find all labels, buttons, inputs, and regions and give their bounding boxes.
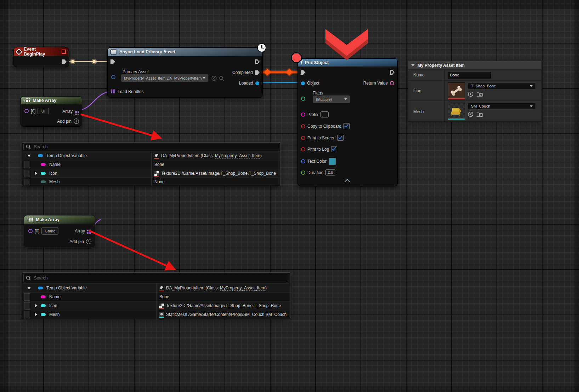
row-gutter <box>24 311 30 318</box>
name-label: Name <box>408 70 445 80</box>
row-value: Bone <box>154 162 164 167</box>
class-link[interactable]: MyProperty_Asset_Item <box>220 286 265 291</box>
object-pin-icon <box>38 287 43 289</box>
watch-row-name[interactable]: Name Bone <box>22 292 290 301</box>
texture-asset-icon <box>159 304 164 308</box>
mesh-label: Mesh <box>408 101 445 121</box>
blueprint-graph-canvas[interactable]: { "colors":{ "exec_wire_active":"#ff4800… <box>0 0 579 392</box>
exec-output-pin[interactable] <box>390 70 394 75</box>
print-to-log-checkbox[interactable] <box>331 146 337 152</box>
element-value-input[interactable]: UI <box>38 108 49 114</box>
object-pin[interactable] <box>301 81 305 85</box>
search-input[interactable] <box>33 144 277 150</box>
collapse-arrow-icon[interactable] <box>411 64 415 67</box>
completed-exec-pin[interactable] <box>255 70 260 75</box>
array-element-pin[interactable] <box>28 229 33 233</box>
canvas-edge-left <box>0 0 8 392</box>
expander-down-icon[interactable] <box>27 287 31 289</box>
node-make-array-game[interactable]: Make Array [0] Game Array Add pin <box>24 215 95 247</box>
prefix-pin[interactable] <box>301 113 305 117</box>
exec-output-pin[interactable] <box>62 59 67 64</box>
print-to-screen-label: Print to Screen <box>307 136 335 140</box>
primary-asset-dropdown[interactable]: MyProperty_Asset_Item:DA_MyPropertyItem <box>121 74 209 82</box>
use-asset-icon[interactable] <box>468 91 473 97</box>
use-selected-asset-button[interactable] <box>211 76 217 81</box>
exec-input-pin[interactable] <box>301 70 305 75</box>
expander-right-icon[interactable] <box>35 172 37 175</box>
node-async-load-primary-asset[interactable]: Async Load Primary Asset Primary Asset M… <box>107 47 263 98</box>
row-value: Texture2D /Game/Asset/Image/T_Shop_Bone.… <box>166 303 281 308</box>
canvas-edge-bottom <box>0 386 579 392</box>
breakpoint-icon[interactable] <box>291 52 302 63</box>
array-element-pin[interactable] <box>24 109 29 113</box>
node-event-beginplay[interactable]: Event BeginPlay <box>13 47 69 67</box>
prefix-input[interactable] <box>320 111 329 117</box>
mesh-asset-dropdown[interactable]: SM_Couch <box>468 103 536 110</box>
bone-image <box>448 83 465 99</box>
array-grid-icon[interactable] <box>111 90 112 91</box>
row-value: Bone <box>159 294 169 299</box>
search-icon <box>26 144 31 149</box>
watch-row-root[interactable]: Temp Object Variable DA_MyPropertyItem (… <box>22 151 280 160</box>
loaded-pin[interactable] <box>255 81 259 85</box>
element-value-input[interactable]: Game <box>41 227 58 235</box>
text-color-pin[interactable] <box>301 159 305 163</box>
print-to-screen-checkbox[interactable] <box>337 135 344 141</box>
add-pin-icon[interactable] <box>74 119 79 124</box>
watch-root-value: DA_MyPropertyItem <box>166 286 205 290</box>
search-bar[interactable] <box>23 144 279 150</box>
browse-asset-icon[interactable] <box>477 91 483 97</box>
watch-row-mesh[interactable]: Mesh StaticMesh /Game/StarterContent/Pro… <box>22 310 290 319</box>
flags-pin[interactable] <box>301 97 305 101</box>
print-to-screen-pin[interactable] <box>301 136 305 140</box>
mesh-thumbnail[interactable] <box>448 103 465 120</box>
node-print-object[interactable]: f PrintObject Object Return Value Flags … <box>297 58 398 186</box>
watch-row-icon[interactable]: Icon Texture2D /Game/Asset/Image/T_Shop_… <box>22 169 280 178</box>
copy-to-clipboard-checkbox[interactable] <box>344 123 350 129</box>
use-asset-icon[interactable] <box>468 111 473 117</box>
icon-label: Icon <box>408 81 445 100</box>
icon-asset-dropdown[interactable]: T_Shop_Bone <box>468 82 536 90</box>
expander-right-icon[interactable] <box>35 304 37 307</box>
class-link[interactable]: MyProperty_Asset_Item <box>215 153 260 158</box>
copy-to-clipboard-label: Copy to Clipboard <box>307 124 341 129</box>
name-field[interactable]: Bone <box>448 72 491 79</box>
browse-asset-icon[interactable] <box>477 111 483 117</box>
duration-input[interactable]: 2.0 <box>325 169 335 175</box>
watch-row-icon[interactable]: Icon Texture2D /Game/Asset/Image/T_Shop_… <box>22 301 290 310</box>
text-color-swatch[interactable] <box>329 158 336 165</box>
function-icon: f <box>301 60 302 65</box>
search-input[interactable] <box>33 275 286 281</box>
return-value-pin[interactable] <box>390 81 394 85</box>
print-to-log-pin[interactable] <box>301 147 305 151</box>
make-array-icon <box>24 98 30 103</box>
search-bar[interactable] <box>23 274 289 282</box>
completed-label: Completed <box>232 70 253 75</box>
copy-to-clipboard-pin[interactable] <box>301 124 305 128</box>
row-value: StaticMesh /Game/StarterContent/Props/SM… <box>166 312 286 317</box>
row-label: Mesh <box>49 312 59 317</box>
watch-row-mesh[interactable]: Mesh None <box>22 178 280 186</box>
expander-right-icon[interactable] <box>35 313 37 316</box>
icon-thumbnail[interactable] <box>448 82 465 100</box>
row-label: Name <box>49 294 61 299</box>
watch-row-name[interactable]: Name Bone <box>22 160 280 169</box>
row-value: Texture2D /Game/Asset/Image/T_Shop_Bone.… <box>161 171 276 176</box>
array-output-pin[interactable] <box>87 230 88 231</box>
browse-asset-icon <box>219 76 224 81</box>
array-output-pin[interactable] <box>75 111 76 112</box>
watch-root-value: DA_MyPropertyItem <box>161 153 200 158</box>
search-icon <box>26 276 31 281</box>
node-make-array-ui[interactable]: Make Array [0] UI Array Add pin <box>21 96 82 127</box>
browse-to-asset-button[interactable] <box>219 76 224 81</box>
expander-down-icon[interactable] <box>27 155 31 157</box>
duration-pin[interactable] <box>301 171 305 175</box>
flags-dropdown[interactable]: (Multiple) <box>313 95 350 103</box>
collapse-icon[interactable] <box>345 179 350 185</box>
primary-asset-pin[interactable] <box>111 75 115 79</box>
node-title: Make Array <box>33 98 56 103</box>
watch-row-root[interactable]: Temp Object Variable DA_MyPropertyItem (… <box>22 283 290 292</box>
exec-input-pin[interactable] <box>110 59 115 64</box>
exec-output-pin[interactable] <box>255 59 260 64</box>
add-pin-icon[interactable] <box>86 239 91 244</box>
